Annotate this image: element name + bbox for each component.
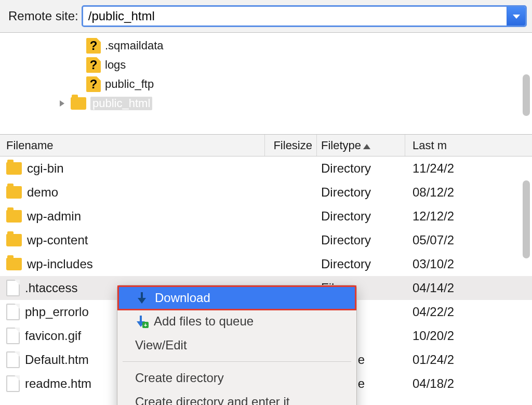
spacer — [73, 80, 82, 89]
file-name: readme.htm — [25, 376, 91, 391]
remote-site-bar: Remote site: — [0, 0, 532, 33]
file-name: cgi-bin — [27, 161, 64, 176]
add-to-queue-icon: + — [135, 316, 147, 327]
file-type: Directory — [317, 209, 405, 224]
context-menu: Download + Add files to queue View/Edit … — [117, 285, 357, 405]
file-name: wp-includes — [27, 257, 93, 271]
remote-site-label: Remote site: — [8, 9, 78, 23]
file-icon — [6, 375, 20, 392]
file-name: favicon.gif — [25, 329, 81, 343]
file-name: demo — [27, 185, 58, 200]
tree-item-label: public_ftp — [105, 77, 154, 91]
menu-item-label: Create directory and enter it — [135, 395, 289, 405]
file-name: .htaccess — [25, 281, 77, 295]
file-name: php_errorlo — [25, 305, 89, 319]
download-icon — [136, 292, 148, 304]
file-icon — [6, 328, 20, 344]
disclosure-triangle-icon[interactable] — [57, 99, 66, 108]
menu-item-create-directory[interactable]: Create directory — [117, 366, 356, 390]
file-modified: 01/24/2 — [405, 352, 532, 367]
file-icon — [6, 351, 20, 368]
scrollbar-thumb[interactable] — [523, 180, 530, 258]
tree-item[interactable]: ? logs — [73, 55, 532, 74]
file-type: Directory — [317, 233, 405, 247]
menu-item-add-to-queue[interactable]: + Add files to queue — [117, 309, 356, 333]
file-modified: 04/14/2 — [405, 281, 532, 295]
menu-item-view-edit[interactable]: View/Edit — [117, 333, 356, 357]
scrollbar-thumb[interactable] — [523, 74, 530, 116]
file-row[interactable]: wp-admin Directory 12/12/2 — [0, 204, 532, 228]
column-header-last-modified[interactable]: Last m — [405, 135, 532, 156]
menu-item-create-directory-enter[interactable]: Create directory and enter it — [117, 390, 356, 405]
remote-directory-tree[interactable]: ? .sqmaildata ? logs ? public_ftp public… — [0, 33, 532, 135]
file-row[interactable]: wp-content Directory 05/07/2 — [0, 228, 532, 252]
column-header-filename[interactable]: Filename — [0, 135, 265, 156]
tree-item-label: public_html — [90, 97, 152, 110]
menu-item-label: Add files to queue — [154, 314, 254, 329]
tree-item[interactable]: ? public_ftp — [73, 74, 532, 94]
folder-icon — [6, 186, 22, 199]
folder-icon — [6, 234, 22, 246]
file-row[interactable]: demo Directory 08/12/2 — [0, 180, 532, 204]
file-modified: 12/12/2 — [405, 209, 532, 224]
file-type: Directory — [317, 185, 405, 200]
file-modified: 11/24/2 — [405, 161, 532, 176]
menu-item-label: View/Edit — [135, 338, 187, 352]
file-name: wp-admin — [27, 209, 81, 224]
file-modified: 03/10/2 — [405, 257, 532, 271]
menu-separator — [123, 361, 351, 362]
chevron-down-icon — [512, 9, 521, 23]
file-modified: 04/18/2 — [405, 376, 532, 391]
folder-icon — [6, 210, 22, 223]
column-header-filetype-label: Filetype — [321, 139, 361, 152]
sort-ascending-icon — [363, 139, 370, 152]
file-row[interactable]: wp-includes Directory 03/10/2 — [0, 252, 532, 276]
file-modified: 04/22/2 — [405, 305, 532, 319]
file-name: wp-content — [27, 233, 88, 247]
file-icon — [6, 304, 20, 320]
unknown-folder-icon: ? — [86, 57, 101, 73]
file-modified: 05/07/2 — [405, 233, 532, 247]
menu-item-label: Create directory — [135, 371, 224, 385]
file-modified: 10/20/2 — [405, 329, 532, 343]
tree-item[interactable]: ? .sqmaildata — [73, 36, 532, 55]
file-row[interactable]: cgi-bin Directory 11/24/2 — [0, 156, 532, 180]
remote-site-input[interactable] — [83, 7, 507, 25]
unknown-folder-icon: ? — [86, 76, 101, 92]
folder-icon — [6, 258, 22, 270]
tree-item-label: logs — [105, 58, 126, 72]
file-list-header: Filename Filesize Filetype Last m — [0, 135, 532, 156]
menu-item-download[interactable]: Download — [118, 286, 355, 309]
file-type: Directory — [317, 257, 405, 271]
column-header-filesize[interactable]: Filesize — [265, 135, 317, 156]
tree-item-label: .sqmaildata — [105, 39, 164, 53]
file-icon — [6, 280, 20, 296]
column-header-filetype[interactable]: Filetype — [317, 135, 405, 156]
unknown-folder-icon: ? — [86, 38, 101, 54]
file-name: Default.htm — [25, 352, 89, 367]
remote-site-combobox[interactable] — [82, 5, 527, 27]
file-type: Directory — [317, 161, 405, 176]
spacer — [73, 41, 82, 50]
menu-item-label: Download — [155, 291, 210, 305]
tree-item-selected[interactable]: public_html — [57, 94, 532, 113]
file-modified: 08/12/2 — [405, 185, 532, 200]
folder-icon — [71, 97, 86, 110]
folder-icon — [6, 162, 22, 175]
spacer — [73, 60, 82, 70]
remote-site-dropdown-button[interactable] — [507, 7, 525, 25]
